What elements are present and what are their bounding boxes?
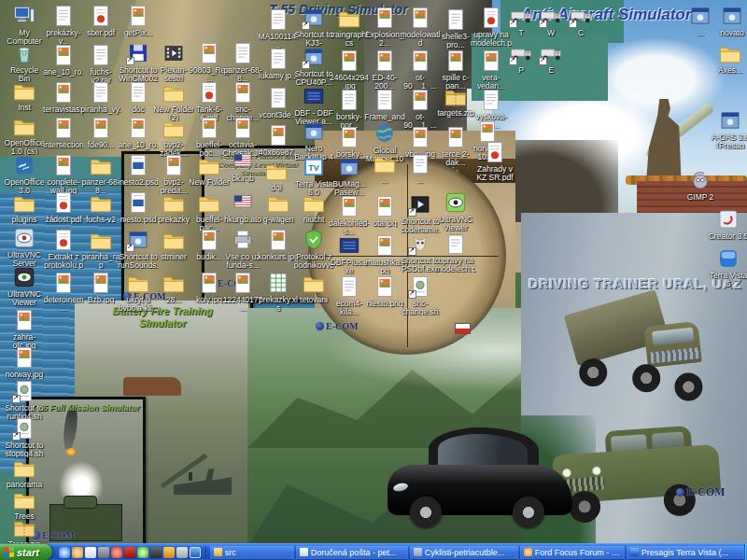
icon-label: C — [560, 29, 601, 37]
desktop-icon-panzer-68-8[interactable]: panzer-68-8... — [80, 153, 121, 194]
pdf-icon — [89, 4, 113, 28]
image-icon — [337, 49, 361, 73]
icon-label: snc-change.sh — [400, 300, 441, 315]
image-icon — [162, 153, 186, 177]
shortcut-arrow-icon — [126, 244, 134, 252]
image-icon — [266, 123, 290, 147]
taskbar-task-cyklisti-petriacutble[interactable]: Cyklisti-petriacutble... — [410, 546, 518, 559]
desktop-icon-recycle-bin[interactable]: Recycle Bin — [4, 41, 45, 82]
desktop-icon-extrakt-z-protokolu-pdf[interactable]: Extrakt z protokolu.pdf — [43, 228, 84, 269]
dbf-icon — [337, 233, 361, 258]
desktop-icon-e[interactable]: E — [530, 41, 571, 75]
doc-icon — [126, 80, 150, 105]
desktop-icon-a-oas-3-8-presag-32-68[interactable]: A-OAS 3.8 (Presag 32-68) — [710, 108, 747, 149]
show-desktop-icon[interactable] — [85, 547, 96, 558]
icon-label: plugins — [4, 216, 45, 224]
image-icon — [373, 49, 397, 73]
start-button[interactable]: start — [0, 544, 52, 560]
windows-logo-icon — [4, 547, 14, 558]
icon-label: Extrakt z protokolu.pdf — [43, 253, 84, 269]
desktop-icon-my-computer[interactable]: My Computer — [4, 4, 45, 45]
task-label: src — [225, 548, 236, 557]
desktop-icon-conplete-wall-jpg[interactable]: conplete-wall.jpg — [43, 153, 84, 194]
desktop[interactable]: شت ثاب جدثت T-55 Driving Simulator Anti-… — [0, 0, 747, 560]
taskbar-task-src[interactable]: src — [210, 546, 294, 559]
desktop-icon-shortcut-to-runtig4-sh[interactable]: Shortcut to runtig4.sh — [4, 379, 45, 420]
desktop-icon-openoffice-3-0[interactable]: OpenOffice 3.0 — [4, 153, 45, 194]
truck-icon — [569, 4, 593, 28]
taskbar-task-ford-focus-forum-z[interactable]: Ford Focus Forum - Z... — [520, 546, 625, 559]
desktop-icon-bzb-jpg[interactable]: Bzb.jpg — [80, 271, 121, 304]
globe-icon — [373, 121, 397, 146]
desktop-icon-novato[interactable]: novato — [712, 4, 747, 37]
internet-explorer-icon[interactable] — [59, 547, 70, 558]
icon-label: deteroinem... — [43, 296, 84, 312]
desktop-icon-c[interactable]: C — [560, 4, 601, 37]
computer-icon — [12, 4, 36, 28]
pdf-icon — [197, 80, 221, 105]
image-icon — [12, 308, 36, 332]
desktop-icon-inst[interactable]: Inst — [4, 78, 45, 112]
desktop-icon-ultravnc-viewer-directs[interactable]: UltraVNC Viewer Directs — [4, 265, 45, 306]
desktop-icon-ultravnc-viewer[interactable]: UltraVNC Viewer — [435, 190, 476, 231]
terra-icon — [716, 246, 740, 271]
desktop-icon-fde90[interactable]: fde90... — [80, 116, 121, 149]
desktop-icon-fuchs-v2-rar[interactable]: fuchs-v2.rar — [80, 43, 121, 84]
desktop-icon-ane-10-ro[interactable]: ane_10_ro... — [43, 43, 84, 84]
truck-icon — [539, 41, 563, 65]
desktop-icon-snc-change-sh[interactable]: snc-change.sh — [400, 274, 441, 315]
taskbar-task-doru-en-po-ta-pet[interactable]: Doručená pošta - pet... — [296, 546, 408, 559]
desktop-icon-panorama[interactable]: panorama — [4, 455, 45, 489]
total-commander-icon[interactable] — [150, 547, 162, 558]
desktop-icon-openoffice-1-0-cs-ins[interactable]: OpenOffice 1.0 (cs) Ins... — [4, 114, 45, 155]
desktop-icon-deteroinem[interactable]: deteroinem... — [43, 271, 84, 312]
taskbar-task-presagis-terra-vista[interactable]: Presagis Terra Vista (... — [627, 546, 744, 559]
desktop-icon-piranha-rap[interactable]: piranha_rap — [80, 228, 121, 269]
desktop-icon-fuchs-v2[interactable]: fuchs-v2 — [80, 190, 121, 224]
desktop-icon-shortcut-to-stoptig4-sh[interactable]: Shortcut to stoptig4.sh — [4, 416, 45, 457]
quick-launch-bar — [52, 547, 206, 558]
firefox-icon[interactable] — [72, 547, 83, 558]
task-label: Ford Focus Forum - Z... — [535, 548, 621, 557]
doc-icon — [373, 88, 397, 112]
desktop-icon-ultravnc-server[interactable]: UltraVNC Server — [4, 226, 45, 267]
app-icon — [414, 548, 422, 556]
sh-icon — [408, 274, 432, 299]
doc-icon — [266, 47, 290, 71]
msn-icon[interactable] — [137, 547, 148, 558]
doc-icon — [231, 41, 255, 65]
desktop-icon-intersection[interactable]: intersection... — [43, 116, 84, 157]
image-icon — [231, 80, 255, 105]
irfanview-icon[interactable] — [176, 547, 188, 558]
folder-icon — [337, 6, 361, 30]
excel-icon — [266, 271, 290, 295]
desktop-icon-axes[interactable]: Axes... — [710, 41, 747, 75]
folder-icon — [264, 159, 289, 183]
doc-icon — [444, 7, 468, 32]
desktop-icon-zahrady-v-kz-sr-pdf[interactable]: Zahrady v KZ SR.pdf — [474, 140, 515, 181]
media-player-icon[interactable] — [111, 547, 122, 558]
folder-icon — [162, 271, 186, 295]
desktop-icon-upravy-na-modelech-pdf[interactable]: upravy na modelech.pdf — [435, 231, 476, 273]
sh-icon — [12, 416, 36, 441]
desktop-icon-dgi[interactable]: dgi — [256, 159, 297, 192]
email-icon[interactable] — [163, 547, 175, 558]
desktop-icon-creator-3-5[interactable]: Creator 3.5 — [708, 207, 747, 241]
creator-icon — [716, 207, 740, 231]
floppy-icon — [126, 41, 150, 65]
image-icon — [337, 194, 361, 218]
desktop-icon-norway-jpg[interactable]: norway.jpg — [4, 345, 45, 379]
desktop-icon-plugins[interactable]: plugins — [4, 190, 45, 224]
desktop-icon-prek-zky-v[interactable]: prekázky-v... — [43, 4, 84, 45]
winamp-icon[interactable] — [124, 547, 135, 558]
desktop-icon-terra-vista-5[interactable]: Terra Vista 5 — [708, 246, 747, 287]
tv-tuner-icon[interactable] — [190, 547, 201, 558]
pdf-icon — [51, 190, 76, 215]
desktop-icon-zahra-otc-jpg[interactable]: zahra-otc.jpg — [4, 308, 45, 349]
desktop-icon-sber-pdf[interactable]: sber.pdf — [80, 4, 121, 37]
exe-icon — [126, 228, 150, 252]
desktop-icon-gimp-2[interactable]: GIMP 2 — [680, 168, 721, 202]
desktop-icon-getpix[interactable]: getPix... — [118, 4, 159, 37]
desktop-icon-dost-pdf[interactable]: žádost.pdf — [43, 190, 84, 224]
remote-desktop-icon[interactable] — [98, 547, 109, 558]
